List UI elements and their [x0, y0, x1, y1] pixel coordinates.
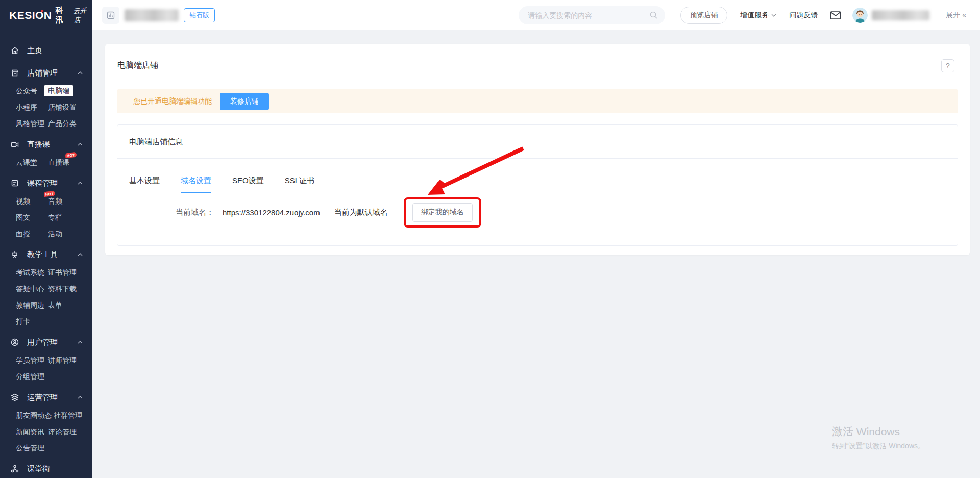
sidebar-subrow: 打卡	[0, 314, 92, 330]
sidebar-item-form[interactable]: 表单	[48, 301, 62, 310]
sidebar-subrow: 视频HOT 音频	[0, 193, 92, 210]
avatar[interactable]	[852, 8, 868, 23]
expand-toggle[interactable]: 展开 «	[946, 11, 966, 20]
panel-title: 电脑端店铺信息	[117, 125, 958, 159]
tab-seo-settings[interactable]: SEO设置	[232, 176, 264, 193]
sidebar-subrow: 朋友圈动态 社群管理	[0, 408, 92, 424]
sidebar-subrow: 小程序 店铺设置	[0, 99, 92, 116]
sidebar-item-community[interactable]: 社群管理	[54, 411, 82, 420]
sidebar-group-course[interactable]: 课程管理	[0, 173, 92, 193]
sidebar-item-comments[interactable]: 评论管理	[48, 427, 77, 437]
sidebar-group-shop[interactable]: 店铺管理	[0, 63, 92, 83]
sidebar-item-teachers[interactable]: 讲师管理	[48, 356, 77, 365]
chevron-up-icon[interactable]	[78, 396, 83, 399]
sidebar-item-qa[interactable]: 答疑中心	[16, 285, 48, 294]
sidebar-group-label: 教学工具	[27, 250, 58, 260]
sidebar-item-shop-settings[interactable]: 店铺设置	[48, 103, 77, 112]
pc-store-card: 电脑端店铺 ? 您已开通电脑端编辑功能 装修店铺 电脑端店铺信息 基本设置 域名…	[105, 44, 970, 255]
sidebar-subrow: 考试系统 证书管理	[0, 265, 92, 281]
sidebar-subrow: 学员管理 讲师管理	[0, 353, 92, 369]
tab-ssl-certificate[interactable]: SSL证书	[285, 176, 314, 193]
edition-badge[interactable]: 钻石版	[184, 8, 215, 22]
sidebar-group-label: 店铺管理	[27, 68, 58, 78]
sidebar-item-checkin[interactable]: 打卡	[16, 317, 48, 326]
store-info-panel: 电脑端店铺信息 基本设置 域名设置 SEO设置 SSL证书 当前域名： http…	[117, 124, 958, 246]
page-title: 电脑端店铺	[117, 60, 958, 70]
mail-icon[interactable]	[830, 11, 841, 20]
sidebar-group-label: 用户管理	[27, 338, 58, 347]
sidebar-subrow: 公告管理	[0, 440, 92, 457]
sidebar: KESION 科汛 云开店 主页 店铺管理 公众号 电脑端 小程序 店铺设置 风…	[0, 0, 92, 478]
sidebar-item-product-category[interactable]: 产品分类	[48, 119, 77, 129]
bind-domain-wrap: 绑定我的域名	[412, 203, 473, 222]
watermark-line1: 激活 Windows	[832, 424, 925, 439]
windows-activation-watermark: 激活 Windows 转到“设置”以激活 Windows。	[832, 424, 925, 451]
chevron-up-icon[interactable]	[78, 341, 83, 344]
sidebar-item-exam[interactable]: 考试系统	[16, 268, 48, 278]
sidebar-subrow: 面授 活动	[0, 226, 92, 242]
search-icon[interactable]	[649, 11, 658, 19]
sidebar-item-news[interactable]: 新闻资讯	[16, 427, 48, 437]
sidebar-item-cloud-class[interactable]: 云课堂	[16, 158, 48, 167]
chevron-up-icon[interactable]	[78, 71, 83, 74]
user-icon	[10, 338, 19, 347]
chevron-up-icon[interactable]	[78, 253, 83, 256]
sidebar-subrow: 公众号 电脑端	[0, 83, 92, 99]
search-box[interactable]	[519, 6, 665, 24]
sidebar-item-article[interactable]: 图文	[16, 213, 48, 222]
home-icon	[10, 46, 19, 55]
sidebar-item-moments[interactable]: 朋友圈动态	[16, 411, 54, 420]
tab-domain-settings[interactable]: 域名设置	[181, 176, 211, 193]
logo-red-dot	[41, 10, 43, 12]
feature-alert: 您已开通电脑端编辑功能 装修店铺	[117, 89, 958, 113]
sidebar-item-home[interactable]: 主页	[0, 40, 92, 61]
settings-tabs: 基本设置 域名设置 SEO设置 SSL证书	[117, 159, 958, 193]
sidebar-item-students[interactable]: 学员管理	[16, 356, 48, 365]
network-icon	[10, 464, 19, 473]
sidebar-subrow: 分组管理	[0, 369, 92, 385]
watermark-line2: 转到“设置”以激活 Windows。	[832, 442, 925, 451]
layers-icon	[10, 393, 19, 402]
chevron-up-icon[interactable]	[78, 143, 83, 146]
domain-label: 当前域名：	[176, 208, 214, 217]
sidebar-item-classroom-street[interactable]: 课堂街	[0, 459, 92, 478]
chevron-down-icon	[771, 14, 776, 17]
sidebar-item-style[interactable]: 风格管理	[16, 119, 48, 129]
logo-script: 云开店	[72, 5, 92, 24]
course-icon	[10, 179, 19, 188]
app-logo[interactable]: KESION 科汛 云开店	[0, 0, 92, 30]
sidebar-item-pc[interactable]: 电脑端	[48, 87, 74, 96]
search-input[interactable]	[528, 11, 649, 19]
preview-store-button[interactable]: 预览店铺	[680, 7, 727, 24]
sidebar-item-miniprogram[interactable]: 小程序	[16, 103, 48, 112]
sidebar-item-activity[interactable]: 活动	[48, 230, 62, 239]
sidebar-item-live-course[interactable]: 直播课HOT	[48, 158, 69, 167]
sidebar-item-teaching-aids[interactable]: 教辅周边	[16, 301, 48, 310]
tools-icon	[10, 250, 19, 259]
sidebar-item-announcements[interactable]: 公告管理	[16, 444, 48, 453]
sidebar-item-label: 课堂街	[27, 464, 50, 474]
sidebar-group-label: 运营管理	[27, 393, 58, 402]
sidebar-item-download[interactable]: 资料下载	[48, 285, 77, 294]
sidebar-item-groups[interactable]: 分组管理	[16, 372, 48, 382]
sidebar-item-audio[interactable]: 音频	[48, 197, 62, 206]
sidebar-item-video[interactable]: 视频HOT	[16, 197, 48, 206]
sidebar-item-offline[interactable]: 面授	[16, 230, 48, 239]
value-added-services-menu[interactable]: 增值服务	[740, 11, 776, 20]
sidebar-item-column[interactable]: 专栏	[48, 213, 62, 222]
decorate-store-button[interactable]: 装修店铺	[220, 93, 269, 110]
sidebar-item-certificate[interactable]: 证书管理	[48, 268, 77, 278]
sidebar-item-gongzhonghao[interactable]: 公众号	[16, 87, 48, 96]
help-button[interactable]: ?	[941, 59, 954, 72]
chevron-up-icon[interactable]	[78, 182, 83, 185]
feedback-link[interactable]: 问题反馈	[789, 11, 818, 20]
tab-basic-settings[interactable]: 基本设置	[129, 176, 160, 193]
bind-domain-button[interactable]: 绑定我的域名	[412, 203, 473, 222]
stats-chart-icon[interactable]	[102, 7, 119, 24]
sidebar-group-live[interactable]: 直播课	[0, 134, 92, 155]
sidebar-group-tools[interactable]: 教学工具	[0, 244, 92, 265]
sidebar-group-users[interactable]: 用户管理	[0, 332, 92, 353]
sidebar-group-operations[interactable]: 运营管理	[0, 387, 92, 408]
live-icon	[10, 140, 19, 149]
sidebar-item-label: 主页	[27, 46, 42, 56]
